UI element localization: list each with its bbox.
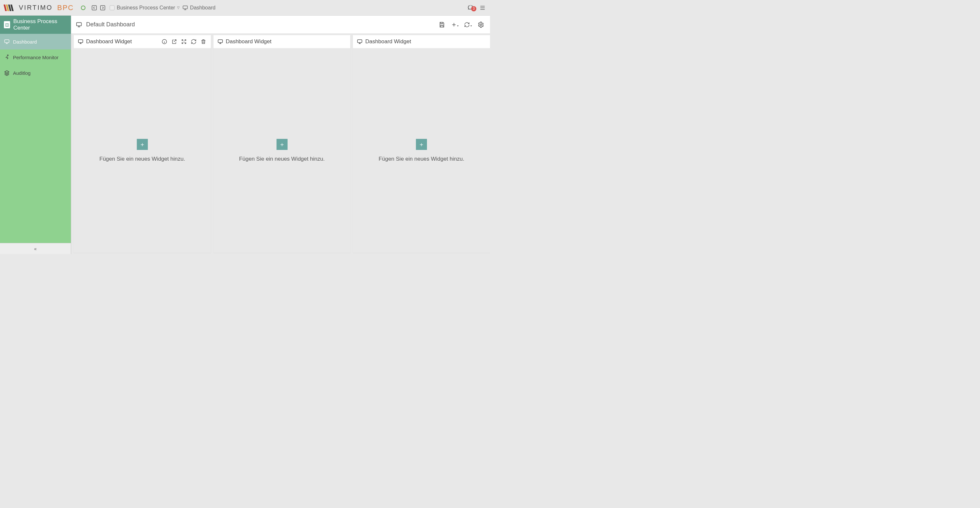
hamburger-menu-button[interactable] [478,3,487,12]
svg-rect-2 [110,6,115,10]
sidebar-item-label: Performance Monitor [13,54,59,60]
breadcrumb-app[interactable]: Business Process Center ▽ [110,5,180,11]
widget-body: ＋ Fügen Sie ein neues Widget hinzu. [213,48,351,253]
widget-body: ＋ Fügen Sie ein neues Widget hinzu. [353,48,490,253]
brand-logo: VIRTIMO BPC [3,3,86,12]
monitor-icon [357,39,363,45]
sidebar-logo-icon: ◫ [4,21,10,28]
widget-panel: Dashboard Widget [74,35,211,253]
sidebar-collapse-button[interactable]: « [0,243,71,254]
page-title: Default Dashboard [86,21,135,28]
widget-expand-button[interactable] [180,38,188,45]
plus-icon: ＋ [139,141,145,148]
nav-back-button[interactable] [90,3,99,12]
notifications-button[interactable]: 3 [467,4,476,11]
widget-delete-button[interactable] [200,38,207,45]
svg-rect-11 [358,40,362,43]
topbar: VIRTIMO BPC Business Process Center ▽ Da… [0,0,490,16]
sidebar: ◫ Business Process Center Dashboard Perf… [0,16,71,254]
widget-title: Dashboard Widget [86,38,132,45]
sidebar-item-label: Auditlog [13,70,30,76]
monitor-icon [4,39,10,45]
sidebar-item-dashboard[interactable]: Dashboard [0,34,71,50]
svg-rect-10 [218,40,223,43]
chevron-down-icon: ▾ [457,24,458,27]
widget-refresh-button[interactable] [190,38,197,45]
runner-icon [4,54,10,60]
notification-count-badge: 3 [471,6,476,11]
brand-stripes-icon [3,5,16,11]
widget-title: Dashboard Widget [365,38,411,45]
chevron-down-icon: ▽ [177,6,180,10]
bpc-label: BPC [57,3,74,12]
sidebar-title: Business Process Center [13,18,67,31]
widget-add-button[interactable]: ＋ [277,139,288,150]
svg-rect-4 [5,40,9,43]
widget-add-button[interactable]: ＋ [137,139,148,150]
nav-forward-button[interactable] [99,3,107,12]
svg-rect-1 [100,6,105,10]
svg-point-5 [8,55,8,56]
chevron-down-icon: ▾ [471,24,472,27]
widget-panel: Dashboard Widget ＋ Fügen Sie ein neues W… [213,35,351,253]
widget-header: Dashboard Widget [353,35,490,48]
widget-header: Dashboard Widget [213,35,351,48]
sidebar-header: ◫ Business Process Center [0,16,71,34]
breadcrumb-page-label: Dashboard [190,5,215,11]
plus-icon: ＋ [418,141,424,148]
breadcrumb-page[interactable]: Dashboard [182,5,215,11]
chevron-double-left-icon: « [34,246,37,251]
brand-word: VIRTIMO [19,4,52,11]
sidebar-item-auditlog[interactable]: Auditlog [0,65,71,81]
app-chip-icon [110,5,115,10]
svg-rect-0 [92,6,97,10]
monitor-icon [78,39,84,45]
settings-button[interactable] [476,20,485,29]
widget-add-text: Fügen Sie ein neues Widget hinzu. [379,156,465,162]
content: Default Dashboard ▾ ▾ [71,16,490,254]
svg-point-7 [480,24,482,26]
widget-header: Dashboard Widget [74,35,211,48]
monitor-icon [76,21,82,28]
status-indicator-icon [81,6,86,10]
widget-body: ＋ Fügen Sie ein neues Widget hinzu. [74,48,211,253]
breadcrumb-app-label: Business Process Center [117,5,175,11]
main-area: ◫ Business Process Center Dashboard Perf… [0,16,490,254]
widget-add-text: Fügen Sie ein neues Widget hinzu. [239,156,325,162]
monitor-icon [217,39,223,45]
widget-add-button[interactable]: ＋ [416,139,427,150]
svg-rect-6 [77,22,81,26]
plus-icon: ＋ [279,141,285,148]
widget-info-button[interactable] [161,38,168,45]
add-widget-button[interactable]: ▾ [450,20,460,29]
layers-icon [4,70,10,76]
widget-title: Dashboard Widget [226,38,272,45]
widget-open-external-button[interactable] [170,38,178,45]
widget-panel: Dashboard Widget ＋ Fügen Sie ein neues W… [353,35,490,253]
widget-add-text: Fügen Sie ein neues Widget hinzu. [99,156,185,162]
widgets-row: Dashboard Widget [71,34,490,254]
svg-rect-3 [183,6,188,9]
content-header: Default Dashboard ▾ ▾ [71,16,490,34]
sidebar-item-performance-monitor[interactable]: Performance Monitor [0,50,71,65]
sidebar-item-label: Dashboard [13,39,37,45]
monitor-icon [182,5,188,11]
save-button[interactable] [438,20,447,29]
svg-rect-8 [78,40,83,43]
refresh-dropdown-button[interactable]: ▾ [463,20,473,29]
